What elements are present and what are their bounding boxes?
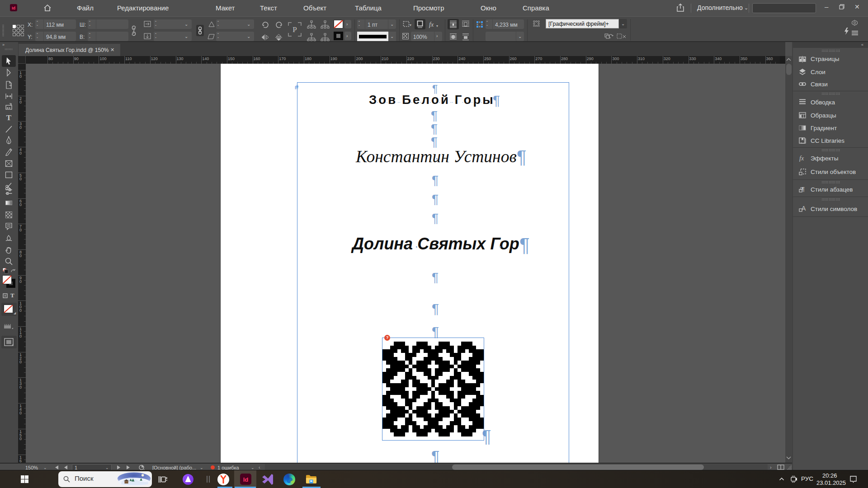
svg-text:T: T — [6, 113, 12, 122]
svg-text:Id: Id — [12, 6, 15, 10]
svg-text:Id: Id — [243, 476, 249, 483]
svg-text:P: P — [292, 25, 297, 34]
svg-text:fx: fx — [799, 155, 804, 162]
